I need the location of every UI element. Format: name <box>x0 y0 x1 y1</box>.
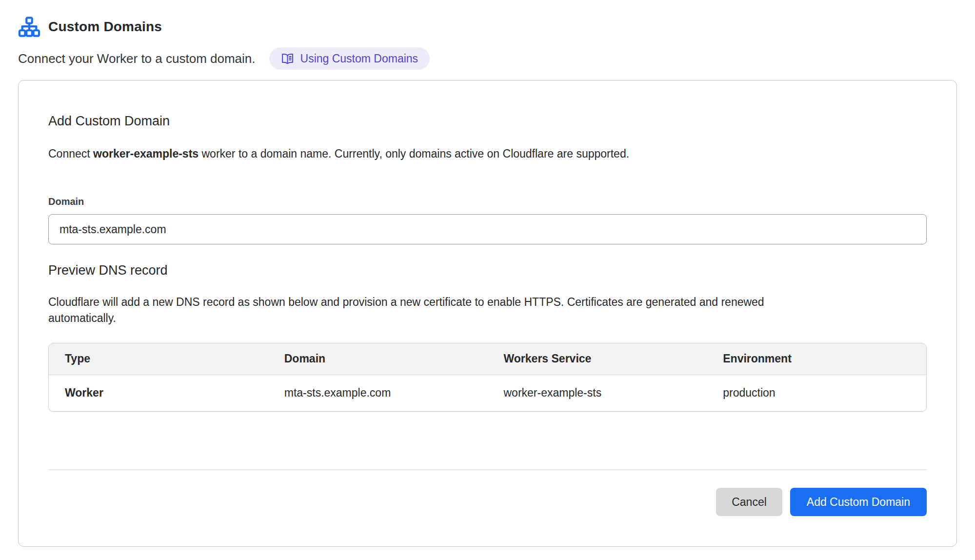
docs-link-badge[interactable]: Using Custom Domains <box>269 47 430 70</box>
table-row: Worker mta-sts.example.com worker-exampl… <box>49 375 926 411</box>
intro-prefix: Connect <box>48 147 93 160</box>
cell-domain: mta-sts.example.com <box>268 375 488 411</box>
column-header-workers-service: Workers Service <box>488 343 707 375</box>
custom-domains-page: Custom Domains Connect your Worker to a … <box>0 0 975 547</box>
cell-workers-service: worker-example-sts <box>488 375 707 411</box>
sitemap-icon <box>18 17 40 37</box>
add-custom-domain-heading: Add Custom Domain <box>48 113 927 129</box>
cell-environment: production <box>707 375 926 411</box>
column-header-type: Type <box>49 343 268 375</box>
add-custom-domain-card: Add Custom Domain Connect worker-example… <box>18 80 957 547</box>
action-buttons: Cancel Add Custom Domain <box>48 488 927 516</box>
preview-dns-description: Cloudflare will add a new DNS record as … <box>48 294 795 326</box>
open-book-icon <box>281 52 294 65</box>
cell-type: Worker <box>49 375 268 411</box>
column-header-domain: Domain <box>268 343 488 375</box>
intro-suffix: worker to a domain name. Currently, only… <box>199 147 629 160</box>
intro-text: Connect worker-example-sts worker to a d… <box>48 146 927 161</box>
worker-name: worker-example-sts <box>93 147 199 160</box>
dns-preview-table: Type Domain Workers Service Environment … <box>48 343 927 412</box>
cancel-button[interactable]: Cancel <box>716 488 782 516</box>
column-header-environment: Environment <box>707 343 926 375</box>
docs-link-label: Using Custom Domains <box>300 52 418 65</box>
page-subtitle-row: Connect your Worker to a custom domain. … <box>18 47 957 70</box>
domain-input[interactable] <box>48 214 927 244</box>
footer-divider <box>48 469 927 470</box>
domain-label: Domain <box>48 196 927 207</box>
page-title: Custom Domains <box>48 19 162 35</box>
page-header: Custom Domains <box>18 16 957 38</box>
page-subtitle: Connect your Worker to a custom domain. <box>18 51 256 66</box>
table-header-row: Type Domain Workers Service Environment <box>49 343 926 375</box>
add-custom-domain-button[interactable]: Add Custom Domain <box>790 488 927 516</box>
preview-dns-heading: Preview DNS record <box>48 262 927 279</box>
